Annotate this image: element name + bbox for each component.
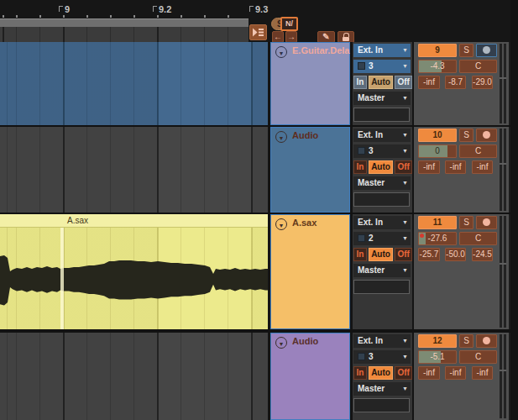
track-header-asax[interactable]: ▼ A.sax <box>270 214 350 329</box>
volume-field[interactable]: 0 <box>418 144 457 158</box>
output-chooser[interactable]: Master▼ <box>353 92 411 105</box>
pan-field[interactable]: C <box>459 350 497 364</box>
ruler-label: 9.3 <box>249 3 268 16</box>
back-to-arrangement-icon <box>252 28 264 37</box>
back-to-arrangement-button[interactable] <box>249 24 267 40</box>
track-row-asax: A.sax ▼ A.sax Ext. In▼ 2▼ In Auto <box>0 214 518 329</box>
monitor-in-button[interactable]: In <box>353 248 367 261</box>
beat-time-ruler[interactable]: 9 9.2 9.3 <box>0 3 269 18</box>
ruler-label: 9.2 <box>153 3 171 16</box>
send-b-field[interactable]: -inf <box>445 366 466 380</box>
monitor-auto-button[interactable]: Auto <box>369 366 394 380</box>
input-type-chooser[interactable]: Ext. In▼ <box>353 334 411 348</box>
send-b-field[interactable]: -inf <box>445 160 466 174</box>
arrangement-lane-eguitar[interactable] <box>0 42 268 125</box>
next-arrow-button[interactable]: → <box>285 31 297 43</box>
input-channel-chooser[interactable]: 3▼ <box>353 144 411 158</box>
send-a-field[interactable]: -inf <box>418 160 440 174</box>
pan-field[interactable]: C <box>459 232 497 245</box>
track-delay-field[interactable] <box>353 192 410 207</box>
pan-field[interactable]: C <box>459 60 497 73</box>
output-chooser[interactable]: Master▼ <box>353 176 411 190</box>
track-header-eguitar[interactable]: ▼ E.Guitar.Dela <box>270 42 350 125</box>
monitor-auto-button[interactable]: Auto <box>369 76 394 89</box>
monitor-in-button[interactable]: In <box>353 160 367 174</box>
chevron-down-icon: ▼ <box>402 92 408 105</box>
send-a-field[interactable]: -25.7 <box>418 248 440 261</box>
track-delay-field[interactable] <box>353 280 410 294</box>
monitor-off-button[interactable]: Off <box>395 366 412 380</box>
prev-arrow-button[interactable]: ← <box>272 31 284 43</box>
channel-icon <box>358 353 365 360</box>
track-fold-icon[interactable]: ▼ <box>275 337 287 349</box>
arrangement-lane-audio-12[interactable] <box>0 333 268 420</box>
clip-waveform-area[interactable] <box>0 228 268 329</box>
track-header-audio-12[interactable]: ▼ Audio <box>270 333 350 420</box>
clip-boundary-seam[interactable] <box>60 228 64 329</box>
monitor-off-button[interactable]: Off <box>395 76 412 89</box>
track-activator[interactable]: 12 <box>418 334 457 348</box>
send-c-field[interactable]: -inf <box>472 366 493 380</box>
clip-title-bar[interactable]: A.sax <box>0 214 268 228</box>
track-fold-icon[interactable]: ▼ <box>275 46 287 58</box>
arm-button[interactable] <box>476 216 497 229</box>
ruler-subdivision-dots <box>0 15 249 18</box>
solo-button[interactable]: S <box>459 216 474 229</box>
input-type-chooser[interactable]: Ext. In▼ <box>353 216 411 229</box>
ruler-tick-icon <box>249 6 254 12</box>
solo-button[interactable]: S <box>459 44 474 57</box>
input-channel-chooser[interactable]: 3▼ <box>353 60 411 73</box>
track-fold-icon[interactable]: ▼ <box>275 131 287 143</box>
track-mixer-section: 11 S -27.6 C -25.7 -50.0 -24.5 <box>414 214 509 329</box>
volume-field[interactable]: -4.3 <box>418 60 457 73</box>
track-io-section: Ext. In▼ 2▼ In Auto Off Master▼ <box>353 214 412 329</box>
volume-field[interactable]: -5.1 <box>418 350 457 364</box>
ruler-grid-strip[interactable] <box>0 27 249 42</box>
track-activator[interactable]: 10 <box>418 129 457 142</box>
input-type-chooser[interactable]: Ext. In▼ <box>353 129 411 142</box>
send-c-field[interactable]: -24.5 <box>472 248 493 261</box>
arrangement-lane-asax[interactable]: A.sax <box>0 214 268 329</box>
send-c-field[interactable]: -inf <box>472 160 493 174</box>
peak-indicator[interactable] <box>420 234 424 238</box>
track-activator[interactable]: 9 <box>418 44 457 57</box>
volume-field[interactable]: -27.6 <box>418 232 457 245</box>
track-header-audio-10[interactable]: ▼ Audio <box>270 127 350 213</box>
monitor-off-button[interactable]: Off <box>395 160 412 174</box>
input-channel-chooser[interactable]: 3▼ <box>353 350 411 364</box>
send-b-field[interactable]: -8.7 <box>445 76 466 89</box>
output-chooser[interactable]: Master▼ <box>353 382 411 396</box>
output-chooser[interactable]: Master▼ <box>353 264 411 277</box>
track-fold-icon[interactable]: ▼ <box>275 218 287 230</box>
monitor-auto-button[interactable]: Auto <box>369 248 394 261</box>
solo-button[interactable]: S <box>459 129 474 142</box>
arm-button[interactable] <box>476 334 497 348</box>
track-delay-field[interactable] <box>353 108 410 122</box>
track-activator[interactable]: 11 <box>418 216 457 229</box>
draw-mode-button[interactable]: ✎ <box>317 31 335 43</box>
solo-button[interactable]: S <box>459 334 474 348</box>
arrangement-lane-audio-10[interactable] <box>0 127 268 213</box>
send-a-field[interactable]: -inf <box>418 366 440 380</box>
channel-icon <box>358 147 365 155</box>
monitor-in-button[interactable]: In <box>353 76 367 89</box>
input-channel-chooser[interactable]: 2▼ <box>353 232 411 245</box>
ableton-arrangement-view: 9 9.2 9.3 S N/ ← → ✎ ▼ E.Guitar.Dela <box>0 0 518 420</box>
input-type-chooser[interactable]: Ext. In▼ <box>353 44 411 57</box>
monitor-auto-button[interactable]: Auto <box>369 160 394 174</box>
na-button[interactable]: N/ <box>280 17 298 31</box>
audio-clip-asax[interactable]: A.sax <box>0 214 268 329</box>
lock-button[interactable] <box>337 31 354 43</box>
arm-button[interactable] <box>476 44 497 57</box>
send-b-field[interactable]: -50.0 <box>445 248 466 261</box>
pan-field[interactable]: C <box>459 144 497 158</box>
channel-icon <box>358 234 365 242</box>
monitor-off-button[interactable]: Off <box>395 248 412 261</box>
send-a-field[interactable]: -inf <box>418 76 440 89</box>
scrub-area[interactable] <box>0 18 249 27</box>
channel-icon <box>358 62 365 70</box>
track-delay-field[interactable] <box>353 398 410 412</box>
monitor-in-button[interactable]: In <box>353 366 367 380</box>
arm-button[interactable] <box>476 129 497 142</box>
send-c-field[interactable]: -29.0 <box>472 76 493 89</box>
